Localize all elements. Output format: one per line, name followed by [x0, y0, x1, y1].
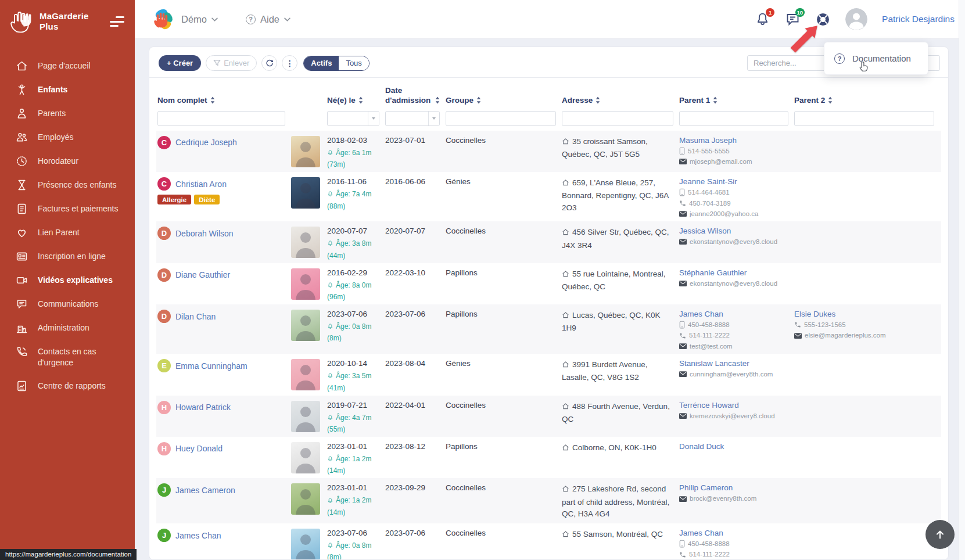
- filter-adresse-input[interactable]: [562, 111, 673, 126]
- sidebar-item-horodateur[interactable]: Horodateur: [0, 149, 135, 173]
- age-months: (73m): [327, 160, 379, 168]
- tag-diète: Diète: [194, 195, 220, 204]
- sidebar-item-rapports[interactable]: Centre de rapports: [0, 374, 135, 398]
- more-options-button[interactable]: ⋮: [282, 55, 297, 71]
- sidebar-item-employes[interactable]: Employés: [0, 125, 135, 149]
- sidebar-item-urgence[interactable]: Contacts en cas d'urgence: [0, 340, 135, 374]
- child-name-link[interactable]: Diane Gauthier: [175, 270, 230, 279]
- child-silhouette-icon: [291, 227, 320, 258]
- child-name-link[interactable]: Dilan Chan: [175, 312, 216, 321]
- sidebar-item-factures[interactable]: Factures et paiements: [0, 197, 135, 221]
- table-row[interactable]: C Cedrique Joseph 2018-02-03: [156, 131, 941, 172]
- filter-actifs-button[interactable]: Actifs: [304, 56, 339, 70]
- header-ne-le[interactable]: Né(e) le: [327, 96, 385, 111]
- parent-name-link[interactable]: Jessica Wilson: [679, 227, 788, 235]
- address-cell: Lucas, Québec, QC, K0K 1H9: [562, 310, 679, 350]
- support-button[interactable]: [815, 12, 831, 27]
- table-row[interactable]: E Emma Cunningham 2020-10-14: [156, 354, 941, 395]
- filter-groupe-input[interactable]: [446, 111, 556, 126]
- parent-name-link[interactable]: Stéphanie Gauthier: [679, 268, 788, 277]
- notifications-button[interactable]: 1: [755, 12, 770, 27]
- sidebar-item-presence[interactable]: Présence des enfants: [0, 173, 135, 197]
- parent-name-link[interactable]: James Chan: [679, 310, 788, 318]
- messages-button[interactable]: 10: [785, 12, 801, 27]
- child-photo: [291, 227, 320, 258]
- sidebar-item-accueil[interactable]: Page d'accueil: [0, 54, 135, 78]
- sidebar-item-videos[interactable]: Vidéos explicatives: [0, 268, 135, 292]
- question-icon: ?: [246, 15, 256, 24]
- table-row[interactable]: J James Chan 2023-07-06: [156, 523, 941, 559]
- sidebar-item-communications[interactable]: Communications: [0, 292, 135, 316]
- contact-line: 514-464-4681: [679, 188, 788, 196]
- email-icon: [679, 413, 687, 419]
- admission-date: 2023-07-01: [385, 136, 425, 145]
- age-line: Âge: 0a 8m: [327, 541, 379, 550]
- filter-ne-le-dropdown[interactable]: [368, 112, 379, 125]
- header-groupe[interactable]: Groupe: [446, 96, 562, 111]
- brand: MaGarderie Plus: [0, 0, 135, 39]
- parent2-cell: [794, 359, 940, 392]
- parent2-cell: [794, 442, 940, 475]
- age-months: (96m): [327, 293, 379, 301]
- child-name-link[interactable]: Cedrique Joseph: [175, 138, 237, 147]
- parent-name-link[interactable]: Masuma Joseph: [679, 136, 788, 145]
- sidebar-item-inscription[interactable]: Inscription en ligne: [0, 245, 135, 268]
- sidebar-item-parents[interactable]: Parents: [0, 102, 135, 125]
- table-row[interactable]: J James Cameron 2023-01-01: [156, 478, 941, 523]
- table-row[interactable]: H Howard Patrick 2019-07-21: [156, 396, 941, 437]
- child-name-link[interactable]: James Chan: [175, 531, 221, 540]
- header-parent-2[interactable]: Parent 2: [794, 96, 940, 111]
- kebab-icon: ⋮: [286, 59, 294, 67]
- age-line: Âge: 7a 4m: [327, 190, 379, 198]
- child-name-link[interactable]: Deborah Wilson: [175, 229, 234, 238]
- phone-icon: [794, 321, 801, 328]
- avatar[interactable]: [845, 8, 867, 30]
- documentation-menu-item[interactable]: Documentation: [852, 53, 911, 63]
- email-icon: [679, 343, 687, 349]
- filter-parent1-input[interactable]: [679, 111, 788, 126]
- menu-toggle-icon[interactable]: [106, 14, 128, 29]
- filter-parent2-input[interactable]: [794, 111, 934, 126]
- header-nom-complet[interactable]: Nom complet: [157, 96, 291, 111]
- child-name-link[interactable]: James Cameron: [175, 486, 235, 495]
- sidebar-item-lien-parent[interactable]: Lien Parent: [0, 221, 135, 245]
- header-adresse[interactable]: Adresse: [562, 96, 679, 111]
- child-silhouette-icon: [291, 268, 320, 300]
- help-menu-button[interactable]: ? Aide: [245, 12, 292, 27]
- parent-name-link[interactable]: Elsie Dukes: [794, 310, 934, 318]
- parent-name-link[interactable]: James Chan: [679, 529, 788, 537]
- parent1-cell: Stanislaw Lancastercunningham@every8th.c…: [679, 359, 794, 392]
- parent-name-link[interactable]: Terrénce Howard: [679, 401, 788, 410]
- email-icon: [679, 159, 687, 164]
- sidebar-item-administration[interactable]: Administration: [0, 316, 135, 340]
- child-name-link[interactable]: Emma Cunningham: [175, 361, 247, 371]
- header-parent-1[interactable]: Parent 1: [679, 96, 794, 111]
- remove-button[interactable]: Enlever: [206, 55, 257, 71]
- page-scrollbar[interactable]: [959, 0, 965, 560]
- table-row[interactable]: D Diane Gauthier 2016-02-29: [156, 263, 941, 304]
- sidebar-item-enfants[interactable]: Enfants: [0, 78, 135, 102]
- parent1-cell: Philip Cameronbrock@evenry8th.com: [679, 483, 794, 520]
- table-row[interactable]: H Huey Donald 2023-01-01: [156, 437, 941, 478]
- user-name[interactable]: Patrick Desjardins: [882, 14, 955, 24]
- parent-name-link[interactable]: Philip Cameron: [679, 483, 788, 492]
- filter-tous-button[interactable]: Tous: [339, 56, 368, 70]
- sort-icon: [476, 96, 481, 104]
- filter-admission-dropdown[interactable]: [428, 112, 439, 125]
- parent-name-link[interactable]: Stanislaw Lancaster: [679, 359, 788, 368]
- parent-name-link[interactable]: Jeanne Saint-Sir: [679, 177, 788, 186]
- org-selector[interactable]: Démo: [180, 12, 219, 27]
- parent-name-link[interactable]: Donald Duck: [679, 442, 788, 451]
- table-row[interactable]: C Christian Aron AllergieDiète 2016-11-0…: [156, 172, 941, 221]
- table-row[interactable]: D Deborah Wilson 2020-07-07: [156, 221, 941, 263]
- group-name: Coccinelles: [446, 483, 486, 492]
- refresh-button[interactable]: [261, 55, 277, 71]
- scroll-to-top-button[interactable]: [925, 520, 955, 549]
- child-name-link[interactable]: Huey Donald: [175, 444, 223, 453]
- create-button[interactable]: + Créer: [159, 55, 201, 71]
- header-date-admission[interactable]: Date d'admission: [385, 86, 446, 111]
- child-name-link[interactable]: Christian Aron: [175, 180, 227, 189]
- table-row[interactable]: D Dilan Chan 2023-07-06: [156, 304, 941, 354]
- filter-nom-input[interactable]: [157, 111, 285, 126]
- child-name-link[interactable]: Howard Patrick: [175, 403, 231, 412]
